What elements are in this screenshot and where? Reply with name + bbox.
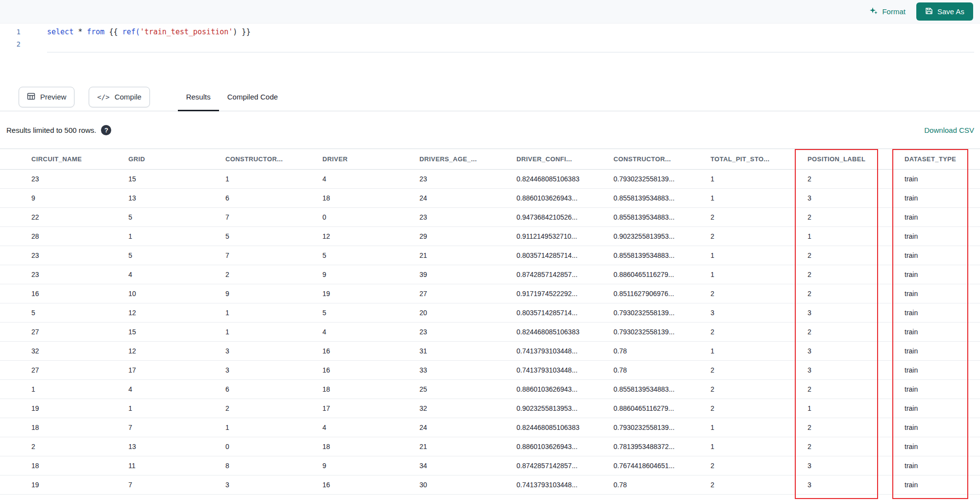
format-label: Format bbox=[882, 7, 906, 16]
tab-compiled-code[interactable]: Compiled Code bbox=[219, 83, 286, 111]
table-row: 18714240.8244680851063830.7930232558139.… bbox=[0, 418, 980, 437]
table-cell: 1 bbox=[808, 399, 905, 418]
table-cell: 20 bbox=[419, 303, 516, 323]
table-cell: 0 bbox=[225, 437, 322, 456]
help-icon[interactable]: ? bbox=[101, 125, 111, 135]
table-cell: 2 bbox=[225, 265, 322, 284]
table-cell: 1 bbox=[225, 323, 322, 342]
table-row: 181189340.8742857142857...0.767441860465… bbox=[0, 456, 980, 475]
table-cell: 0.8860103626943... bbox=[516, 189, 613, 208]
table-cell: 5 bbox=[322, 303, 419, 323]
table-cell: 32 bbox=[0, 342, 128, 361]
table-cell: 2 bbox=[225, 399, 322, 418]
tab-compiled-code-label: Compiled Code bbox=[227, 93, 278, 101]
table-cell: train bbox=[905, 380, 980, 399]
table-cell: 5 bbox=[322, 246, 419, 265]
table-cell: 3 bbox=[225, 361, 322, 380]
table-cell: 19 bbox=[0, 399, 128, 418]
table-cell: 3 bbox=[808, 342, 905, 361]
format-button[interactable]: Format bbox=[869, 6, 906, 17]
table-cell: 5 bbox=[128, 208, 225, 227]
table-cell: 12 bbox=[322, 227, 419, 246]
table-cell: 10 bbox=[128, 284, 225, 303]
table-cell: 0.78 bbox=[613, 342, 710, 361]
table-cell: 2 bbox=[710, 227, 808, 246]
table-cell: 1 bbox=[808, 227, 905, 246]
table-cell: train bbox=[905, 399, 980, 418]
tab-results[interactable]: Results bbox=[178, 83, 219, 111]
download-csv-link[interactable]: Download CSV bbox=[924, 126, 974, 134]
table-cell: 0.8860103626943... bbox=[516, 437, 613, 456]
table-cell: 1 bbox=[225, 303, 322, 323]
table-cell: 9 bbox=[322, 456, 419, 475]
table-cell: 0.7930232558139... bbox=[613, 170, 710, 189]
table-cell: 34 bbox=[419, 456, 516, 475]
table-cell: 7 bbox=[128, 475, 225, 495]
table-cell: 0.9023255813953... bbox=[516, 399, 613, 418]
table-cell: 16 bbox=[322, 342, 419, 361]
table-cell: 1 bbox=[710, 342, 808, 361]
table-cell: 1 bbox=[710, 437, 808, 456]
code-token-keyword: from bbox=[87, 27, 109, 36]
table-cell: 23 bbox=[0, 265, 128, 284]
table-cell: train bbox=[905, 418, 980, 437]
table-cell: 2 bbox=[808, 170, 905, 189]
table-header-row: CIRCUIT_NAMEGRIDCONSTRUCTOR...DRIVERDRIV… bbox=[0, 149, 980, 170]
code-line: 1 select * from {{ ref('train_test_posit… bbox=[0, 25, 980, 38]
column-header: CONSTRUCTOR... bbox=[225, 149, 322, 170]
table-cell: 0.8860103626943... bbox=[516, 380, 613, 399]
table-cell: 18 bbox=[0, 418, 128, 437]
table-cell: 3 bbox=[808, 456, 905, 475]
table-cell: 1 bbox=[225, 418, 322, 437]
table-row: 271514230.8244680851063830.7930232558139… bbox=[0, 323, 980, 342]
table-row: 213018210.8860103626943...0.781395348837… bbox=[0, 437, 980, 456]
table-cell: 0.8558139534883... bbox=[613, 380, 710, 399]
table-cell: 4 bbox=[322, 170, 419, 189]
table-cell: 24 bbox=[419, 418, 516, 437]
table-cell: 0.824468085106383 bbox=[516, 418, 613, 437]
table-cell: 28 bbox=[0, 227, 128, 246]
table-cell: train bbox=[905, 361, 980, 380]
table-row: 3212316310.7413793103448...0.7813train bbox=[0, 342, 980, 361]
sparkles-icon bbox=[869, 6, 878, 17]
table-cell: 3 bbox=[225, 342, 322, 361]
table-cell: train bbox=[905, 342, 980, 361]
table-cell: 3 bbox=[225, 475, 322, 495]
table-cell: 1 bbox=[710, 170, 808, 189]
save-as-label: Save As bbox=[937, 7, 964, 16]
table-cell: 32 bbox=[419, 399, 516, 418]
table-cell: 0.9023255813953... bbox=[613, 227, 710, 246]
compile-button[interactable]: </> Compile bbox=[89, 87, 149, 107]
compile-label: Compile bbox=[115, 93, 142, 101]
table-cell: 1 bbox=[128, 399, 225, 418]
column-header: CONSTRUCTOR... bbox=[613, 149, 710, 170]
table-cell: train bbox=[905, 437, 980, 456]
sql-editor[interactable]: 1 select * from {{ ref('train_test_posit… bbox=[0, 24, 980, 83]
table-cell: 3 bbox=[710, 303, 808, 323]
table-row: 913618240.8860103626943...0.855813953488… bbox=[0, 189, 980, 208]
table-row: 231514230.8244680851063830.7930232558139… bbox=[0, 170, 980, 189]
table-cell: 21 bbox=[419, 437, 516, 456]
table-cell: 7 bbox=[225, 246, 322, 265]
table-cell: 2 bbox=[710, 475, 808, 495]
table-cell: 25 bbox=[419, 380, 516, 399]
save-as-button[interactable]: Save As bbox=[916, 2, 973, 21]
code-token-plain: ) }} bbox=[233, 27, 250, 36]
preview-button[interactable]: Preview bbox=[19, 87, 74, 107]
toolbar: Preview </> Compile Results Compiled Cod… bbox=[0, 83, 980, 111]
table-cell: train bbox=[905, 303, 980, 323]
table-cell: 15 bbox=[128, 170, 225, 189]
table-cell: train bbox=[905, 284, 980, 303]
table-cell: 0.824468085106383 bbox=[516, 170, 613, 189]
results-table-head: CIRCUIT_NAMEGRIDCONSTRUCTOR...DRIVERDRIV… bbox=[0, 149, 980, 170]
table-cell: 0.7413793103448... bbox=[516, 361, 613, 380]
table-cell: 13 bbox=[128, 189, 225, 208]
table-cell: 9 bbox=[322, 265, 419, 284]
table-cell: 4 bbox=[128, 380, 225, 399]
table-cell: 2 bbox=[710, 361, 808, 380]
table-row: 2717316330.7413793103448...0.7823train bbox=[0, 361, 980, 380]
tab-results-label: Results bbox=[186, 93, 211, 101]
table-row: 197316300.7413793103448...0.7823train bbox=[0, 475, 980, 495]
table-cell: 15 bbox=[128, 323, 225, 342]
table-cell: 16 bbox=[322, 475, 419, 495]
